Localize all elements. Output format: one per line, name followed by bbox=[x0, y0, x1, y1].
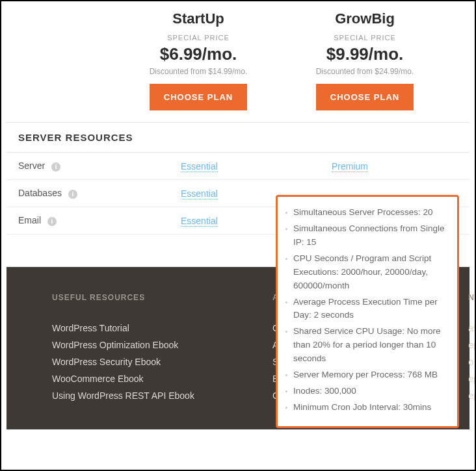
databases-value-startup[interactable]: Essential bbox=[181, 188, 218, 199]
row-label: Server bbox=[18, 160, 45, 171]
special-price-label: SPECIAL PRICE bbox=[124, 34, 273, 42]
tooltip-item: Simultaneous Connections from Single IP:… bbox=[284, 222, 448, 249]
server-value-growbig[interactable]: Premium bbox=[332, 161, 368, 172]
footer-col-useful: USEFUL RESOURCES WordPress Tutorial Word… bbox=[52, 293, 194, 403]
choose-plan-button[interactable]: CHOOSE PLAN bbox=[316, 84, 414, 110]
server-value-startup[interactable]: Essential bbox=[181, 161, 218, 172]
tooltip-item: Shared Service CPU Usage: No more than 2… bbox=[284, 325, 448, 366]
plan-price: $6.99/mo. bbox=[124, 44, 273, 64]
email-value-startup[interactable]: Essential bbox=[181, 216, 218, 227]
section-title-server-resources: SERVER RESOURCES bbox=[7, 122, 469, 153]
tooltip-item: Server Memory per Process: 768 MB bbox=[284, 368, 448, 382]
plan-startup: StartUp SPECIAL PRICE $6.99/mo. Discount… bbox=[124, 10, 273, 122]
plan-growbig: GrowBig SPECIAL PRICE $9.99/mo. Discount… bbox=[290, 10, 440, 122]
footer-link[interactable]: WordPress Tutorial bbox=[52, 323, 194, 333]
info-icon[interactable]: i bbox=[47, 217, 57, 226]
footer-link[interactable]: ep bbox=[468, 374, 476, 384]
footer-link[interactable]: WooCommerce Ebook bbox=[52, 374, 194, 384]
pricing-plans: StartUp SPECIAL PRICE $6.99/mo. Discount… bbox=[7, 1, 469, 122]
tooltip-item: Minimum Cron Job Interval: 30mins bbox=[284, 401, 448, 414]
tooltip-item: CPU Seconds / Program and Script Executi… bbox=[284, 252, 448, 293]
row-label: Email bbox=[18, 215, 41, 225]
special-price-label: SPECIAL PRICE bbox=[290, 34, 440, 42]
plan-price: $9.99/mo. bbox=[290, 44, 440, 64]
tooltip-item: Inodes: 300,000 bbox=[284, 385, 448, 398]
discount-note: Discounted from $24.99/mo. bbox=[290, 67, 440, 76]
plan-name: StartUp bbox=[124, 10, 273, 27]
footer-link[interactable]: WordPress Security Ebook bbox=[52, 357, 194, 367]
footer-heading: USEFUL RESOURCES bbox=[52, 293, 194, 302]
footer-col-partial: NT ast ep o C ep ep bbox=[468, 293, 476, 401]
table-row: Server i Essential Premium bbox=[7, 153, 469, 180]
info-icon[interactable]: i bbox=[68, 190, 77, 199]
footer-link[interactable]: o C bbox=[468, 357, 476, 367]
footer-link[interactable]: Using WordPress REST API Ebook bbox=[52, 390, 194, 401]
footer-link[interactable]: ast bbox=[468, 323, 476, 333]
footer-link[interactable]: WordPress Optimization Ebook bbox=[52, 340, 194, 350]
footer-heading: NT bbox=[468, 293, 476, 302]
footer-link[interactable]: ep bbox=[468, 390, 476, 401]
plan-name: GrowBig bbox=[290, 10, 440, 27]
choose-plan-button[interactable]: CHOOSE PLAN bbox=[150, 84, 247, 110]
tooltip-item: Average Process Execution Time per Day: … bbox=[284, 296, 448, 323]
info-icon[interactable]: i bbox=[51, 162, 60, 172]
discount-note: Discounted from $14.99/mo. bbox=[124, 67, 273, 76]
footer-link[interactable]: ep bbox=[468, 340, 476, 350]
row-label: Databases bbox=[18, 188, 62, 198]
tooltip-item: Simultaneous Server Processes: 20 bbox=[284, 206, 448, 220]
premium-server-tooltip: Simultaneous Server Processes: 20 Simult… bbox=[276, 195, 459, 428]
